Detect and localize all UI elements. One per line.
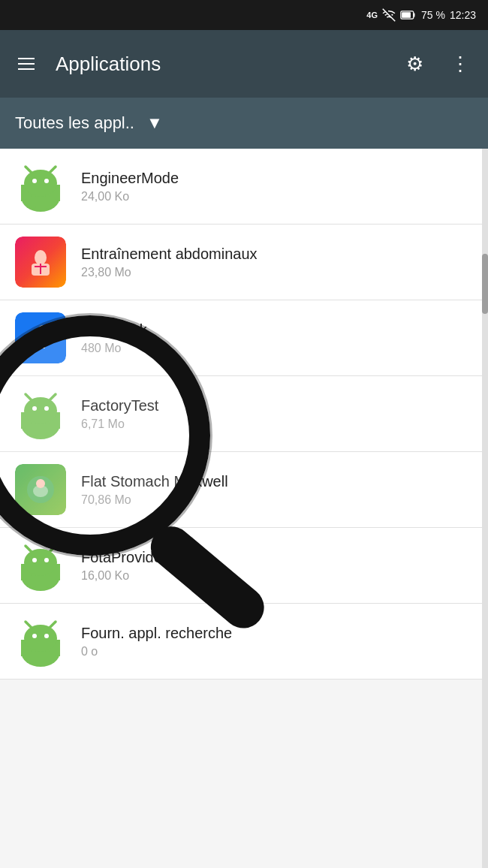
- app-size: 480 Mo: [81, 342, 473, 355]
- lte-icon: 4G: [366, 11, 378, 20]
- app-name: Facebook: [81, 321, 473, 339]
- svg-rect-38: [21, 565, 26, 580]
- list-item[interactable]: FotaProvider 16,00 Ko: [0, 528, 488, 604]
- svg-rect-10: [55, 186, 60, 201]
- svg-rect-51: [31, 649, 36, 664]
- list-item[interactable]: Flat Stomach Maxwell 70,86 Mo: [0, 452, 488, 528]
- app-info: Facebook 480 Mo: [81, 321, 473, 355]
- app-icon: [15, 237, 66, 288]
- app-icon: [15, 388, 66, 439]
- svg-point-30: [36, 479, 45, 488]
- flat-stomach-app-icon: [15, 464, 66, 515]
- app-name: Entraînement abdominaux: [81, 246, 473, 263]
- svg-line-37: [50, 546, 56, 552]
- clock: 12:23: [450, 9, 476, 21]
- android-robot-icon: [15, 540, 66, 591]
- status-bar: 4G 75 % 12:23: [0, 0, 488, 30]
- svg-rect-52: [45, 649, 50, 664]
- app-name: FactoryTest: [81, 397, 473, 414]
- svg-point-45: [32, 634, 37, 638]
- svg-rect-25: [55, 414, 60, 429]
- svg-rect-27: [45, 421, 50, 436]
- app-name: EngineerMode: [81, 170, 473, 187]
- settings-icon[interactable]: ⚙: [400, 47, 429, 82]
- list-item[interactable]: Fourn. appl. recherche 0 o: [0, 604, 488, 680]
- svg-rect-49: [21, 641, 26, 656]
- svg-rect-40: [31, 573, 36, 588]
- app-size: 6,71 Mo: [81, 417, 473, 431]
- android-robot-icon: [15, 161, 66, 212]
- svg-point-13: [35, 250, 47, 265]
- svg-line-23: [50, 394, 56, 400]
- svg-rect-41: [45, 573, 50, 588]
- app-info: Flat Stomach Maxwell 70,86 Mo: [81, 473, 473, 507]
- android-robot-icon: [15, 616, 66, 667]
- page-title: Applications: [56, 53, 385, 76]
- svg-line-8: [50, 167, 56, 173]
- app-info: Fourn. appl. recherche 0 o: [81, 625, 473, 659]
- svg-line-36: [26, 546, 32, 552]
- app-info: FotaProvider 16,00 Ko: [81, 549, 473, 583]
- app-info: Entraînement abdominaux 23,80 Mo: [81, 246, 473, 279]
- list-item[interactable]: f Facebook 480 Mo: [0, 300, 488, 376]
- app-size: 24,00 Ko: [81, 190, 473, 203]
- svg-point-6: [44, 179, 49, 183]
- signal-icon: [382, 8, 396, 22]
- app-size: 23,80 Mo: [81, 266, 473, 279]
- svg-point-20: [32, 406, 37, 411]
- app-list: EngineerMode 24,00 Ko Entraînement abdom…: [0, 149, 488, 680]
- app-name: FotaProvider: [81, 549, 473, 566]
- svg-line-47: [26, 622, 32, 628]
- app-info: FactoryTest 6,71 Mo: [81, 397, 473, 431]
- app-size: 0 o: [81, 645, 473, 659]
- app-icon: f: [15, 312, 66, 363]
- list-item[interactable]: EngineerMode 24,00 Ko: [0, 149, 488, 225]
- scrollbar-thumb[interactable]: [482, 254, 488, 314]
- svg-rect-24: [21, 414, 26, 429]
- app-icon: [15, 464, 66, 515]
- svg-point-35: [44, 558, 49, 562]
- svg-rect-50: [55, 641, 60, 656]
- app-bar: Applications ⚙ ⋮: [0, 30, 488, 98]
- battery-percentage: 75 %: [421, 9, 445, 21]
- list-item[interactable]: FactoryTest 6,71 Mo: [0, 376, 488, 452]
- svg-rect-11: [31, 194, 36, 209]
- battery-icon: [400, 10, 417, 20]
- list-item[interactable]: Entraînement abdominaux 23,80 Mo: [0, 225, 488, 300]
- svg-rect-39: [55, 565, 60, 580]
- svg-point-5: [32, 179, 37, 183]
- android-robot-icon: [15, 388, 66, 439]
- svg-rect-26: [31, 421, 36, 436]
- app-size: 16,00 Ko: [81, 569, 473, 583]
- app-icon: [15, 161, 66, 212]
- svg-line-22: [26, 394, 32, 400]
- svg-point-19: [24, 397, 57, 424]
- menu-button[interactable]: [12, 52, 41, 76]
- scrollbar[interactable]: [482, 149, 488, 868]
- svg-rect-12: [45, 194, 50, 209]
- svg-point-34: [32, 558, 37, 562]
- dropdown-arrow-icon: ▼: [146, 113, 163, 133]
- svg-point-21: [44, 406, 49, 411]
- facebook-app-icon: f: [15, 312, 66, 363]
- facebook-f-letter: f: [35, 321, 47, 354]
- svg-rect-9: [21, 186, 26, 201]
- svg-point-4: [24, 170, 57, 197]
- svg-line-48: [50, 622, 56, 628]
- more-options-icon[interactable]: ⋮: [444, 47, 476, 82]
- filter-label: Toutes les appl..: [15, 113, 134, 133]
- app-icon: [15, 616, 66, 667]
- svg-point-46: [44, 634, 49, 638]
- app-size: 70,86 Mo: [81, 493, 473, 507]
- status-icons: 4G 75 % 12:23: [366, 8, 476, 22]
- app-info: EngineerMode 24,00 Ko: [81, 170, 473, 203]
- fitness-app-icon: [15, 237, 66, 288]
- svg-point-44: [24, 625, 57, 652]
- svg-rect-1: [402, 12, 411, 18]
- svg-point-33: [24, 549, 57, 576]
- app-icon: [15, 540, 66, 591]
- app-name: Flat Stomach Maxwell: [81, 473, 473, 490]
- app-name: Fourn. appl. recherche: [81, 625, 473, 642]
- filter-bar[interactable]: Toutes les appl.. ▼: [0, 98, 488, 149]
- svg-line-7: [26, 167, 32, 173]
